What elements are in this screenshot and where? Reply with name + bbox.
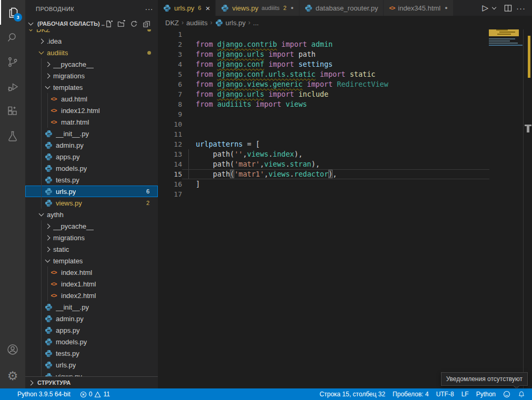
code-line-2[interactable]: 2from django.contrib import admin: [158, 39, 532, 49]
tree-item-templates[interactable]: templates: [25, 255, 158, 266]
code-line-6[interactable]: 6from django.views.generic import Redire…: [158, 79, 532, 89]
code-line-13[interactable]: 13 path('',views.index),: [158, 149, 532, 159]
settings-gear-icon[interactable]: ⚙: [0, 364, 25, 388]
minimap[interactable]: [489, 29, 523, 46]
line-number[interactable]: 11: [158, 129, 182, 139]
tree-item-matr-html[interactable]: <>matr.html: [25, 116, 158, 128]
code-editor[interactable]: 12from django.contrib import admin3from …: [158, 29, 532, 388]
tree-item--init-py[interactable]: __init__.py: [25, 128, 158, 139]
code-line-14[interactable]: 14 path('matr',views.stran),: [158, 159, 532, 169]
code-line-7[interactable]: 7from django.urls import include: [158, 89, 532, 99]
code-text[interactable]: ]: [182, 179, 489, 189]
code-line-17[interactable]: 17: [158, 189, 532, 199]
indentation-setting[interactable]: Пробелов: 4: [389, 388, 433, 400]
line-number[interactable]: 15: [158, 169, 182, 179]
feedback-icon[interactable]: [499, 388, 514, 400]
line-number[interactable]: 9: [158, 109, 182, 119]
close-icon[interactable]: ×: [205, 4, 210, 12]
search-icon[interactable]: [0, 25, 25, 49]
tree-item-urls-py[interactable]: urls.py: [25, 359, 158, 371]
run-button[interactable]: ▷: [481, 2, 489, 14]
line-number[interactable]: 1: [158, 29, 182, 39]
testing-icon[interactable]: [0, 124, 25, 148]
code-line-4[interactable]: 4from django.conf import settings: [158, 59, 532, 69]
tree-item-models-py[interactable]: models.py: [25, 336, 158, 347]
line-number[interactable]: 5: [158, 69, 182, 79]
code-line-16[interactable]: 16]: [158, 179, 532, 189]
bell-icon[interactable]: [514, 388, 529, 400]
tree-item-index-html[interactable]: <>index.html: [25, 266, 158, 278]
line-number[interactable]: 16: [158, 179, 182, 189]
code-text[interactable]: path('matr',views.stran),: [182, 159, 489, 169]
tree-item-tests-py[interactable]: tests.py: [25, 174, 158, 186]
code-line-12[interactable]: 12urlpatterns = [: [158, 139, 532, 149]
code-line-15[interactable]: 15 path('matr1',views.redactor),: [158, 169, 532, 179]
code-line-5[interactable]: 5from django.conf.urls.static import sta…: [158, 69, 532, 79]
line-number[interactable]: 4: [158, 59, 182, 69]
tree-item-apps-py[interactable]: apps.py: [25, 324, 158, 336]
eol-setting[interactable]: LF: [458, 388, 473, 400]
code-line-11[interactable]: 11: [158, 129, 532, 139]
structure-section-header[interactable]: СТРУКТУРА: [25, 376, 158, 388]
tree-item-models-py[interactable]: models.py: [25, 162, 158, 174]
new-file-icon[interactable]: [105, 20, 113, 28]
tree-item-index1-html[interactable]: <>index1.html: [25, 278, 158, 290]
tree-item-audiiits[interactable]: audiiits: [25, 47, 158, 58]
workspace-section-header[interactable]: (РАБОЧАЯ ОБЛАСТЬ) ...: [25, 18, 158, 29]
code-text[interactable]: from django.conf.urls.static import stat…: [182, 69, 489, 79]
line-number[interactable]: 12: [158, 139, 182, 149]
tree-item-views-py[interactable]: views.py2: [25, 197, 158, 209]
cursor-position[interactable]: Строка 15, столбец 32: [316, 388, 389, 400]
python-interpreter[interactable]: Python 3.9.5 64-bit: [14, 388, 74, 400]
code-line-10[interactable]: 10: [158, 119, 532, 129]
tree-item-migrations[interactable]: migrations: [25, 70, 158, 81]
tab-urls-py[interactable]: urls.py6×: [158, 0, 216, 16]
line-number[interactable]: 13: [158, 149, 182, 159]
code-text[interactable]: [182, 119, 489, 129]
code-text[interactable]: from django.urls import include: [182, 89, 489, 99]
line-number[interactable]: 2: [158, 39, 182, 49]
code-line-3[interactable]: 3from django.urls import path: [158, 49, 532, 59]
breadcrumb-item-urls-py[interactable]: urls.py: [215, 19, 245, 27]
language-mode[interactable]: Python: [473, 388, 499, 400]
code-text[interactable]: from django.views.generic import Redirec…: [182, 79, 489, 89]
line-number[interactable]: 8: [158, 99, 182, 109]
scrollbar[interactable]: [523, 29, 532, 388]
tree-item-migrations[interactable]: migrations: [25, 232, 158, 243]
tree-item-static[interactable]: static: [25, 243, 158, 255]
tab-index345-html[interactable]: <>index345.html●: [384, 0, 453, 16]
line-number[interactable]: 6: [158, 79, 182, 89]
dirty-dot-icon[interactable]: ●: [445, 5, 447, 11]
account-icon[interactable]: [0, 337, 25, 362]
code-text[interactable]: path('matr1',views.redactor),: [182, 169, 489, 179]
code-text[interactable]: path('',views.index),: [182, 149, 489, 159]
tree-item-templates[interactable]: templates: [25, 81, 158, 93]
collapse-all-icon[interactable]: [143, 20, 150, 28]
tree-item-admin-py[interactable]: admin.py: [25, 139, 158, 151]
code-text[interactable]: [182, 109, 489, 119]
new-folder-icon[interactable]: [117, 20, 125, 28]
code-text[interactable]: [182, 129, 489, 139]
split-editor-icon[interactable]: [503, 3, 513, 13]
tree-item-aud-html[interactable]: <>aud.html: [25, 93, 158, 105]
explorer-icon[interactable]: 3: [0, 0, 25, 25]
tab-database-roouter-py[interactable]: database_roouter.py: [299, 0, 384, 16]
tree-item-index12-html[interactable]: <>index12.html: [25, 105, 158, 116]
refresh-icon[interactable]: [130, 20, 138, 28]
tree-item--pycache-[interactable]: __pycache__: [25, 58, 158, 70]
code-line-9[interactable]: 9: [158, 109, 532, 119]
line-number[interactable]: 17: [158, 189, 182, 199]
code-text[interactable]: [182, 189, 489, 199]
code-text[interactable]: from audiiits import views: [182, 99, 489, 109]
code-line-1[interactable]: 1: [158, 29, 532, 39]
editor-more-actions-icon[interactable]: ···: [515, 3, 527, 14]
breadcrumb-item--[interactable]: ...: [253, 19, 259, 27]
tree-item-index2-html[interactable]: <>index2.html: [25, 290, 158, 301]
tree-item-aythh[interactable]: aythh: [25, 209, 158, 220]
line-number[interactable]: 10: [158, 119, 182, 129]
code-text[interactable]: from django.urls import path: [182, 49, 489, 59]
line-number[interactable]: 3: [158, 49, 182, 59]
breadcrumb-item-audiiits[interactable]: audiiits: [186, 19, 207, 27]
tree-item-tests-py[interactable]: tests.py: [25, 347, 158, 359]
source-control-icon[interactable]: [0, 49, 25, 74]
